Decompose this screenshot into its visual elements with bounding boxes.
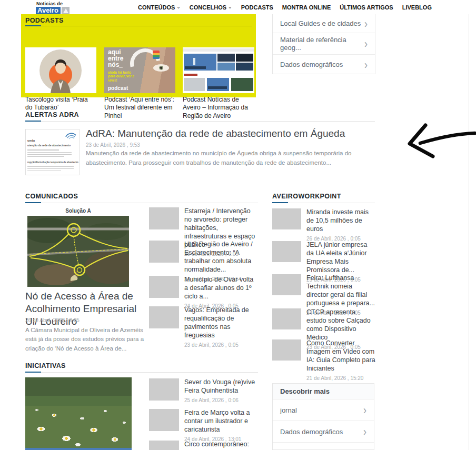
nav-conteudos[interactable]: CONTEÚDOS⌄ — [138, 4, 181, 11]
podcasts-section: PODCASTS aqui entre nós_ ainda há — [21, 14, 256, 97]
article-date: 21 de Abril, 2026 , 15:20 — [306, 375, 375, 381]
article-thumbnail — [272, 241, 301, 262]
main-nav: CONTEÚDOS⌄ CONCELHOS⌄ PODCASTS MONTRA ON… — [138, 0, 432, 14]
news-item[interactable]: Município de Ovar volta a desafiar aluno… — [149, 276, 258, 309]
news-item[interactable]: Vagos: Empreitada de requalificação de p… — [149, 306, 258, 348]
nav-concelhos[interactable]: CONCELHOS⌄ — [190, 4, 232, 11]
header-bar: Noticias de Aveiro CONTEÚDOS⌄ CONCELHOS⌄… — [0, 0, 476, 14]
map-caption: Solução A — [27, 208, 129, 214]
article-title[interactable]: CTCP apresenta estudo sobre Calçado como… — [306, 308, 375, 342]
article-date: 26 de Abril, 2026 , 0:05 — [306, 236, 375, 242]
page-right-divider — [469, 14, 469, 450]
aerial-map-image[interactable] — [27, 216, 129, 287]
section-rule — [25, 121, 375, 122]
thumb-podcast-word: podcast — [108, 85, 128, 91]
article-title[interactable]: Circo contemporâneo: Bolsa de — [184, 441, 258, 450]
descobrir-mais-box: Descobrir mais jornal › Dados demográfic… — [272, 383, 374, 450]
descobrir-link-jornal[interactable]: jornal › — [273, 399, 374, 421]
sidebar-links-box: Local Guides e de cidades › Material de … — [272, 14, 375, 74]
descobrir-link-jornais[interactable]: Jornais › — [273, 442, 374, 450]
article-thumbnail — [272, 274, 301, 295]
article-date: 23 de Abril, 2026 , 0:05 — [184, 342, 258, 348]
alert-article-excerpt: Manutenção da rede de abastecimento no m… — [86, 148, 376, 168]
next-image-edge — [25, 448, 132, 450]
article-title[interactable]: Vagos: Empreitada de requalificação de p… — [184, 306, 258, 340]
article-thumbnail — [149, 441, 179, 450]
podcast-title[interactable]: Tascólogo visita ‘Praia do Tubarão’ — [25, 96, 96, 112]
chevron-down-icon: ⌄ — [228, 5, 232, 9]
descobrir-mais-title: Descobrir mais — [273, 384, 374, 399]
chevron-right-icon: › — [363, 404, 366, 416]
podcast-thumbnail-tascologo[interactable] — [25, 47, 96, 93]
section-rule — [25, 26, 252, 26]
iniciativas-section-title: INICIATIVAS — [25, 362, 66, 369]
nav-ultimos-artigos[interactable]: ÚLTIMOS ARTIGOS — [340, 4, 393, 11]
article-date: 25 de Abril, 2026 , 0:06 — [184, 397, 258, 403]
descobrir-link-dados-demograficos[interactable]: Dados demográficos › — [273, 421, 374, 442]
doc-text-fragment: ueda — [27, 139, 35, 142]
sidebar-link-material-referencia[interactable]: Material de referência geog... › — [273, 33, 375, 54]
nav-montra-online[interactable]: MONTRA ONLINE — [282, 4, 331, 11]
news-item[interactable]: Miranda investe mais de 10,5 milhões de … — [272, 208, 375, 242]
sidebar-link-dados-demograficos[interactable]: Dados demográficos › — [273, 54, 375, 74]
article-thumbnail — [149, 207, 179, 229]
aveiroworkpoint-section-title: AVEIROWORKPOINT — [272, 193, 341, 200]
chevron-right-icon: › — [364, 17, 368, 29]
nav-liveblog[interactable]: LIVEBLOG — [402, 4, 432, 11]
news-item[interactable]: Sever do Vouga (re)vive Feira Quinhentis… — [149, 378, 258, 403]
doc-text-fragment: rupção/Perturbação temporária de abastec… — [27, 161, 78, 164]
alertas-section-title: ALERTAS ADRA — [25, 111, 79, 118]
chevron-right-icon: › — [363, 426, 366, 438]
article-thumbnail — [149, 409, 179, 431]
turismo-centro-logo — [153, 51, 160, 59]
article-thumbnail — [272, 339, 301, 361]
logo-triangle-icon — [62, 7, 70, 15]
chevron-right-icon: › — [364, 58, 368, 71]
news-item[interactable]: Feira de Março volta a contar um ilustra… — [149, 409, 258, 442]
podcast-title[interactable]: Podcast Notícias de Aveiro – Informação … — [183, 96, 255, 120]
article-thumbnail — [149, 276, 179, 298]
news-item[interactable]: Circo contemporâneo: Bolsa de — [149, 441, 258, 450]
site-logo[interactable]: Noticias de Aveiro — [36, 1, 70, 15]
logo-top-text: Noticias de — [36, 1, 70, 6]
eye-image — [153, 64, 169, 72]
article-thumbnail — [272, 208, 301, 229]
alert-document-thumbnail[interactable]: ueda utenção da rede de abastecimento ru… — [25, 129, 80, 175]
chevron-down-icon: ⌄ — [176, 5, 181, 9]
podcast-thumbnail-noticias-aveiro[interactable] — [183, 47, 254, 93]
section-rule — [272, 203, 375, 203]
podcast-thumbnail-aqui-entre-nos[interactable]: aqui entre nós_ ainda há tanto para ouvi… — [104, 47, 175, 93]
article-title[interactable]: Feira: Lufthansa Technik nomeia director… — [306, 274, 375, 308]
daisy-field-image[interactable] — [25, 377, 132, 448]
hand-drawn-arrow-left — [403, 120, 476, 164]
article-title[interactable]: Como Converter Imagem em Vídeo com IA: G… — [306, 339, 375, 373]
alert-article-title[interactable]: AdRA: Manutenção da rede de abasteciment… — [86, 128, 378, 139]
featured-article-excerpt: A Câmara Municipal de Oliveira de Azeméi… — [25, 326, 145, 353]
sidebar-link-local-guides[interactable]: Local Guides e de cidades › — [273, 14, 375, 33]
article-thumbnail — [149, 306, 179, 328]
article-thumbnail — [149, 378, 179, 401]
news-item[interactable]: Como Converter Imagem em Vídeo com IA: G… — [272, 339, 375, 381]
article-title[interactable]: Miranda investe mais de 10,5 milhões de … — [306, 208, 375, 234]
alert-article-date: 23 de Abril, 2026 , 9:53 — [86, 142, 140, 148]
podcast-title[interactable]: Podcast ‘Aqui entre nós’: Um festival di… — [104, 96, 175, 120]
page: Noticias de Aveiro CONTEÚDOS⌄ CONCELHOS⌄… — [0, 0, 476, 450]
logo-name: Aveiro — [36, 7, 61, 15]
section-rule — [25, 203, 258, 203]
chevron-right-icon: › — [364, 38, 368, 50]
article-title[interactable]: ULS Região de Aveiro / Esclarecimento: “… — [184, 241, 258, 274]
article-title[interactable]: Feira de Março volta a contar um ilustra… — [184, 409, 258, 434]
article-thumbnail — [272, 308, 301, 329]
doc-text-fragment: utenção da rede de abastecimento — [27, 144, 71, 147]
podcasts-section-title: PODCASTS — [25, 17, 64, 24]
article-title[interactable]: JELA júnior empresa da UA eleita a‘Júnio… — [306, 241, 375, 275]
article-thumbnail — [149, 241, 179, 263]
section-rule — [25, 372, 258, 373]
article-title[interactable]: Sever do Vouga (re)vive Feira Quinhentis… — [184, 378, 258, 395]
nav-podcasts[interactable]: PODCASTS — [241, 4, 273, 11]
thumb-title-text: aqui entre nós_ — [108, 49, 123, 68]
chevron-right-icon: › — [363, 447, 366, 450]
article-title[interactable]: Município de Ovar volta a desafiar aluno… — [184, 276, 258, 301]
featured-article-date: 26 de Abril, 2026 , 0:05 — [25, 317, 80, 323]
comunicados-section-title: COMUNICADOS — [25, 193, 78, 200]
